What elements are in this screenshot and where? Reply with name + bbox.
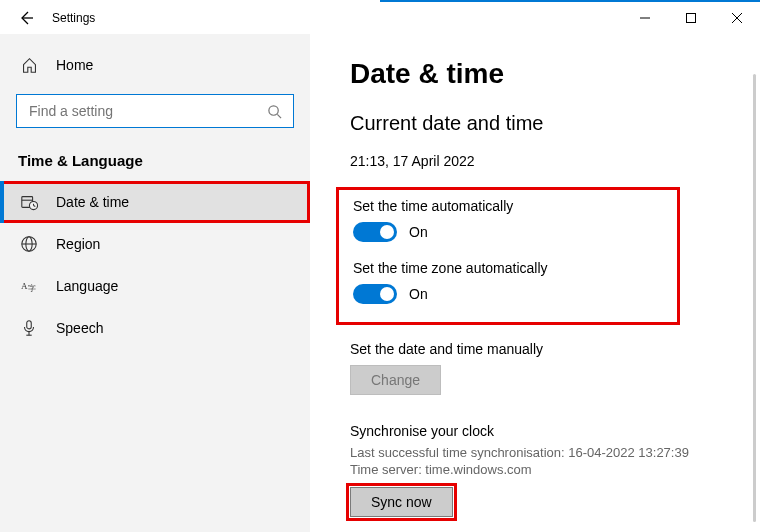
section-header: Time & Language: [0, 144, 310, 181]
microphone-icon: [20, 319, 38, 337]
settings-window: Settings Home Time &: [0, 0, 760, 532]
sidebar-item-speech[interactable]: Speech: [0, 307, 310, 349]
auto-settings-highlight: Set the time automatically On Set the ti…: [336, 187, 680, 325]
minimize-button[interactable]: [622, 2, 668, 34]
current-datetime: 21:13, 17 April 2022: [350, 153, 750, 169]
home-label: Home: [56, 57, 93, 73]
maximize-button[interactable]: [668, 2, 714, 34]
close-button[interactable]: [714, 2, 760, 34]
auto-zone-label: Set the time zone automatically: [353, 260, 663, 276]
svg-rect-17: [27, 321, 32, 329]
svg-rect-2: [687, 14, 696, 23]
search-input[interactable]: [16, 94, 294, 128]
sync-now-button[interactable]: Sync now: [350, 487, 453, 517]
sidebar-item-region[interactable]: Region: [0, 223, 310, 265]
back-button[interactable]: [18, 10, 34, 26]
page-subtitle: Current date and time: [350, 112, 750, 135]
svg-text:字: 字: [28, 284, 36, 293]
svg-line-6: [277, 114, 281, 118]
sidebar-item-label: Speech: [56, 320, 103, 336]
language-icon: A字: [20, 277, 38, 295]
titlebar: Settings: [0, 2, 760, 34]
window-title: Settings: [52, 11, 95, 25]
auto-zone-toggle[interactable]: [353, 284, 397, 304]
page-title: Date & time: [350, 58, 750, 90]
auto-time-label: Set the time automatically: [353, 198, 663, 214]
svg-point-5: [268, 105, 277, 114]
change-button: Change: [350, 365, 441, 395]
sync-header: Synchronise your clock: [350, 423, 750, 439]
auto-time-toggle[interactable]: [353, 222, 397, 242]
globe-icon: [20, 235, 38, 253]
auto-time-state: On: [409, 224, 428, 240]
sidebar-item-date-time[interactable]: Date & time: [0, 181, 310, 223]
main-content: Date & time Current date and time 21:13,…: [310, 34, 760, 532]
svg-text:A: A: [21, 281, 28, 291]
scrollbar[interactable]: [753, 74, 756, 522]
sidebar: Home Time & Language Date & time: [0, 34, 310, 532]
time-server-text: Time server: time.windows.com: [350, 462, 750, 477]
manual-label: Set the date and time manually: [350, 341, 750, 357]
sidebar-item-language[interactable]: A字 Language: [0, 265, 310, 307]
sidebar-item-label: Language: [56, 278, 118, 294]
search-icon: [265, 102, 283, 120]
last-sync-text: Last successful time synchronisation: 16…: [350, 445, 750, 460]
calendar-clock-icon: [20, 193, 38, 211]
search-field[interactable]: [27, 102, 265, 120]
auto-zone-state: On: [409, 286, 428, 302]
home-icon: [20, 56, 38, 74]
home-nav[interactable]: Home: [0, 46, 310, 84]
sidebar-item-label: Region: [56, 236, 100, 252]
sidebar-item-label: Date & time: [56, 194, 129, 210]
